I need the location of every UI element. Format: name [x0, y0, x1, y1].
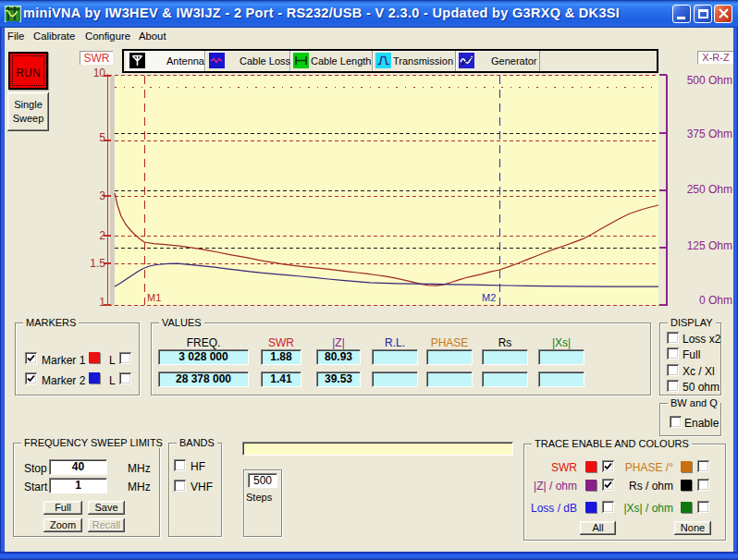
svg-text:5: 5 [99, 131, 105, 144]
svg-text:250 Ohm: 250 Ohm [687, 183, 732, 196]
svg-text:M1: M1 [147, 292, 161, 303]
svg-text:M2: M2 [482, 292, 496, 303]
svg-text:3: 3 [99, 189, 105, 202]
svg-text:125 Ohm: 125 Ohm [687, 239, 732, 252]
svg-text:500 Ohm: 500 Ohm [687, 74, 732, 87]
svg-text:375 Ohm: 375 Ohm [687, 128, 732, 140]
svg-text:1.5: 1.5 [90, 257, 105, 270]
svg-text:2: 2 [99, 229, 105, 242]
svg-text:0 Ohm: 0 Ohm [699, 294, 732, 307]
svg-text:1: 1 [99, 296, 105, 309]
svg-text:10: 10 [93, 67, 106, 79]
